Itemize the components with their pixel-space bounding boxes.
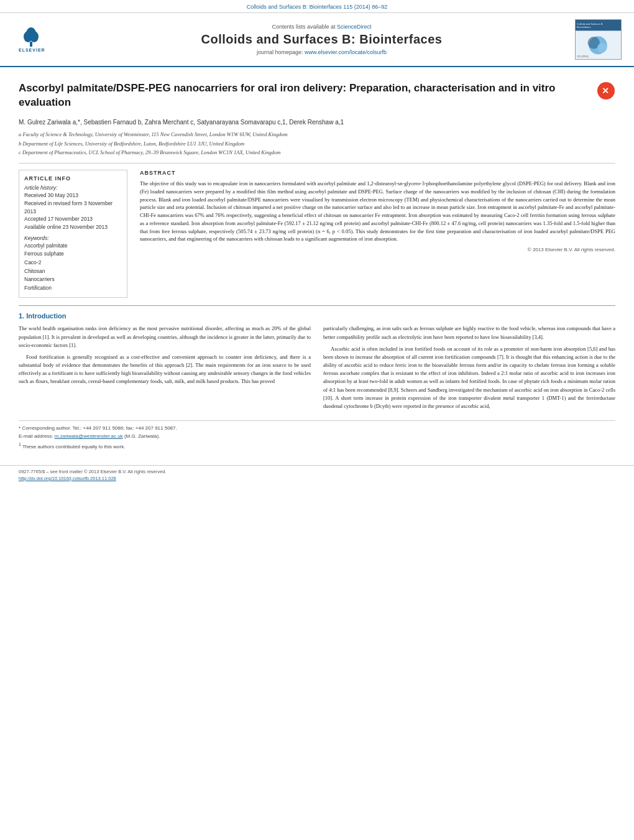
page: Colloids and Surfaces B: Biointerfaces 1… — [0, 0, 634, 840]
crossmark-logo[interactable]: ✕ — [597, 81, 615, 100]
accepted-date: Accepted 17 November 2013 — [24, 215, 122, 223]
footnotes: * Corresponding author. Tel.: +44 207 91… — [19, 420, 615, 450]
intro-para-3: particularly challenging, as iron salts … — [323, 325, 615, 341]
svg-text:Biointerfaces: Biointerfaces — [577, 25, 590, 29]
journal-citation-bar: Colloids and Surfaces B: Biointerfaces 1… — [0, 0, 634, 13]
authors: M. Gulrez Zariwala a,*, Sebastien Farnau… — [19, 118, 615, 127]
issn-line: 0927-7765/$ – see front matter © 2013 El… — [19, 469, 166, 476]
bottom-left: 0927-7765/$ – see front matter © 2013 El… — [19, 469, 166, 482]
svg-rect-4 — [30, 42, 32, 47]
journal-citation: Colloids and Surfaces B: Biointerfaces 1… — [247, 4, 388, 10]
history-label: Article history: — [24, 185, 122, 191]
article-info-abstract: ARTICLE INFO Article history: Received 3… — [19, 170, 615, 298]
intro-heading: 1. Introduction — [19, 312, 615, 320]
abstract-title: ABSTRACT — [140, 170, 615, 176]
intro-para-4: Ascorbic acid is often included in iron … — [323, 345, 615, 410]
keyword-3: Caco-2 — [24, 259, 122, 267]
svg-text:ELSEVIER: ELSEVIER — [19, 48, 45, 52]
received-date: Received 30 May 2013 — [24, 192, 122, 200]
elsevier-logo: ELSEVIER — [12, 24, 68, 55]
keyword-1: Ascorbyl palmitate — [24, 242, 122, 251]
svg-point-3 — [30, 31, 39, 42]
divider-1 — [19, 163, 615, 164]
affiliation-c: c Department of Pharmaceutics, UCL Schoo… — [19, 149, 615, 157]
svg-text:Colloids and Surfaces B:: Colloids and Surfaces B: — [577, 22, 603, 25]
doi-link[interactable]: http://dx.doi.org/10.1016/j.colsurfb.201… — [19, 476, 116, 481]
abstract-column: ABSTRACT The objective of this study was… — [140, 170, 615, 298]
doi-line: http://dx.doi.org/10.1016/j.colsurfb.201… — [19, 476, 166, 482]
svg-text:✕: ✕ — [602, 86, 609, 96]
intro-two-col: The world health organisation ranks iron… — [19, 325, 615, 414]
article-info-title: ARTICLE INFO — [24, 175, 122, 182]
keyword-4: Chitosan — [24, 267, 122, 276]
bottom-bar: 0927-7765/$ – see front matter © 2013 El… — [0, 465, 634, 485]
keywords-label: Keywords: — [24, 235, 122, 241]
footnote-2: 1 These authors contributed equally to t… — [19, 441, 615, 450]
homepage-link[interactable]: www.elsevier.com/locate/colsurfb — [305, 49, 387, 55]
article-info-column: ARTICLE INFO Article history: Received 3… — [19, 170, 127, 298]
intro-para-2: Food fortification is generally recognis… — [19, 353, 311, 386]
keyword-6: Fortification — [24, 284, 122, 293]
affiliations: a Faculty of Science & Technology, Unive… — [19, 131, 615, 157]
journal-homepage: journal homepage: www.elsevier.com/locat… — [68, 49, 575, 55]
available-online-date: Available online 23 November 2013 — [24, 223, 122, 231]
contents-line: Contents lists available at ScienceDirec… — [68, 24, 575, 30]
svg-point-12 — [597, 43, 607, 53]
intro-para-1: The world health organisation ranks iron… — [19, 325, 311, 349]
article-title-section: Ascorbyl palmitate/DSPE-PEG nanocarriers… — [19, 76, 615, 110]
affiliation-a: a Faculty of Science & Technology, Unive… — [19, 131, 615, 139]
footnote-1: * Corresponding author. Tel.: +44 207 91… — [19, 425, 615, 432]
svg-text:115 (2014): 115 (2014) — [577, 55, 589, 58]
footnote-email: E-mail address: m.zariwala@westminster.a… — [19, 433, 615, 440]
journal-title: Colloids and Surfaces B: Biointerfaces — [68, 32, 575, 47]
email-link[interactable]: m.zariwala@westminster.ac.uk — [55, 433, 123, 439]
journal-header: ELSEVIER Contents lists available at Sci… — [0, 13, 634, 67]
article-dates: Received 30 May 2013 Received in revised… — [24, 192, 122, 231]
intro-left-col: The world health organisation ranks iron… — [19, 325, 311, 414]
journal-cover-image: Colloids and Surfaces B: Biointerfaces 1… — [575, 19, 622, 60]
keywords-list: Ascorbyl palmitate Ferrous sulphate Caco… — [24, 242, 122, 293]
main-content: Ascorbyl palmitate/DSPE-PEG nanocarriers… — [0, 67, 634, 460]
elsevier-logo-svg: ELSEVIER — [16, 24, 65, 55]
keyword-2: Ferrous sulphate — [24, 250, 122, 259]
intro-right-col: particularly challenging, as iron salts … — [323, 325, 615, 414]
article-title: Ascorbyl palmitate/DSPE-PEG nanocarriers… — [19, 81, 597, 110]
abstract-text: The objective of this study was to encap… — [140, 180, 615, 243]
journal-center: Contents lists available at ScienceDirec… — [68, 24, 575, 55]
keyword-5: Nanocarriers — [24, 275, 122, 284]
cover-svg: Colloids and Surfaces B: Biointerfaces 1… — [576, 19, 621, 60]
affiliation-b: b Department of Life Sciences, Universit… — [19, 140, 615, 148]
received-revised-date: Received in revised form 3 November 2013 — [24, 200, 122, 216]
sciencedirect-link[interactable]: ScienceDirect — [337, 24, 372, 30]
introduction-section: 1. Introduction The world health organis… — [19, 305, 615, 414]
copyright: © 2013 Elsevier B.V. All rights reserved… — [140, 247, 615, 252]
